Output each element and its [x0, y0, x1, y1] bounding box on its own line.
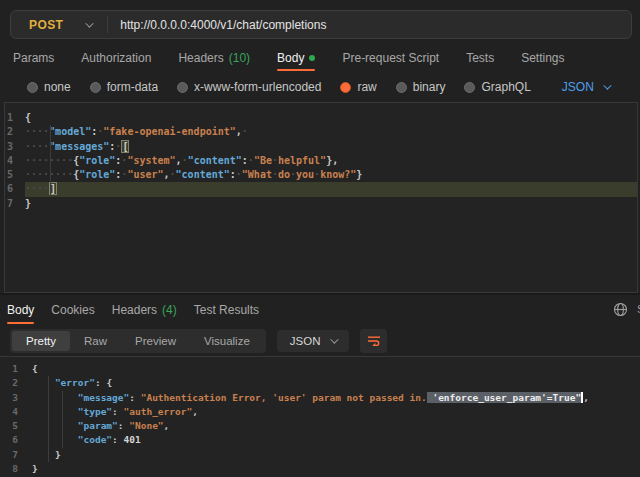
- tab-authorization[interactable]: Authorization: [81, 44, 151, 72]
- code-line-5: 5 "param": "None",: [0, 419, 640, 433]
- mode-label: GraphQL: [481, 80, 530, 94]
- body-mode-raw[interactable]: raw: [340, 80, 376, 94]
- method-dropdown[interactable]: POST: [11, 11, 107, 38]
- view-mode-visualize[interactable]: Visualize: [190, 331, 264, 351]
- tab-label: Tests: [466, 51, 494, 65]
- line-number: 7: [5, 197, 25, 211]
- tab-count: (10): [229, 51, 250, 65]
- code-line-3: 3····"messages":·[: [5, 140, 637, 154]
- request-body-editor[interactable]: 1{2····"model":·"fake-openai-endpoint",·…: [4, 102, 638, 293]
- indent-guide: [50, 125, 51, 197]
- line-number: 2: [5, 125, 25, 139]
- chevron-down-icon: [85, 19, 93, 27]
- radio-icon: [27, 82, 38, 93]
- url-input[interactable]: http://0.0.0.0:4000/v1/chat/completions: [108, 18, 326, 32]
- code-text: "type": "auth_error",: [32, 405, 198, 419]
- code-line-6: 6····]: [5, 182, 637, 196]
- response-format-dropdown[interactable]: JSON: [277, 330, 350, 352]
- line-number: 6: [5, 182, 25, 196]
- code-line-6: 6 "code": 401: [0, 433, 640, 447]
- radio-icon: [90, 82, 101, 93]
- code-line-3: 3 "message": "Authentication Error, 'use…: [0, 391, 640, 405]
- tab-body[interactable]: Body: [277, 44, 315, 72]
- code-line-8: 8}: [0, 462, 640, 476]
- code-line-4: 4 "type": "auth_error",: [0, 405, 640, 419]
- body-format-label: JSON: [562, 80, 594, 94]
- code-text: }: [32, 462, 38, 476]
- tab-label: Params: [13, 51, 54, 65]
- radio-icon: [396, 82, 407, 93]
- tab-label: Headers: [112, 303, 157, 317]
- body-format-dropdown[interactable]: JSON: [562, 80, 609, 94]
- request-tabs: ParamsAuthorizationHeaders(10)BodyPre-re…: [0, 44, 640, 72]
- response-format-label: JSON: [290, 335, 321, 347]
- view-mode-pretty[interactable]: Pretty: [12, 331, 70, 351]
- line-number: 1: [0, 362, 32, 376]
- code-text: ····"model":·"fake-openai-endpoint",·: [25, 125, 248, 139]
- unsaved-dot-icon: [309, 55, 315, 61]
- code-text: ····"messages":·[: [25, 140, 129, 154]
- mode-label: binary: [413, 80, 446, 94]
- code-line-2: 2····"model":·"fake-openai-endpoint",·: [5, 125, 637, 139]
- code-text: }: [25, 197, 31, 211]
- response-tab-headers[interactable]: Headers(4): [112, 295, 177, 325]
- mode-label: none: [44, 80, 71, 94]
- line-number: 7: [0, 448, 32, 462]
- body-mode-row: noneform-datax-www-form-urlencodedrawbin…: [0, 72, 640, 102]
- response-toolbar: PrettyRawPreviewVisualize JSON: [0, 325, 640, 356]
- line-number: 4: [5, 154, 25, 168]
- code-text: }: [32, 448, 61, 462]
- view-mode-raw[interactable]: Raw: [70, 331, 121, 351]
- code-text: "error": {: [32, 376, 112, 390]
- tab-label: Pre-request Script: [342, 51, 439, 65]
- response-tab-cookies[interactable]: Cookies: [51, 295, 94, 325]
- code-line-7: 7 }: [0, 448, 640, 462]
- mode-label: form-data: [107, 80, 158, 94]
- code-line-4: 4········{"role":·"system",·"content":·"…: [5, 154, 637, 168]
- code-line-2: 2 "error": {: [0, 376, 640, 390]
- body-mode-none[interactable]: none: [27, 80, 71, 94]
- code-text: {: [32, 362, 38, 376]
- tab-tests[interactable]: Tests: [466, 44, 494, 72]
- indent-guide: [62, 391, 63, 448]
- method-label: POST: [29, 18, 63, 32]
- wrap-text-button[interactable]: [360, 329, 387, 353]
- body-mode-x-www-form-urlencoded[interactable]: x-www-form-urlencoded: [177, 80, 321, 94]
- tab-count: (4): [162, 303, 177, 317]
- line-number: 3: [5, 140, 25, 154]
- request-url-bar: POST http://0.0.0.0:4000/v1/chat/complet…: [10, 10, 632, 39]
- tab-label: Test Results: [194, 303, 259, 317]
- mode-label: x-www-form-urlencoded: [194, 80, 321, 94]
- postman-window: POST http://0.0.0.0:4000/v1/chat/complet…: [0, 0, 640, 477]
- indent-guide: [48, 376, 49, 462]
- tab-pre-request-script[interactable]: Pre-request Script: [342, 44, 439, 72]
- chevron-down-icon: [603, 81, 611, 89]
- line-number: 6: [0, 433, 32, 447]
- body-mode-graphql[interactable]: GraphQL: [464, 80, 530, 94]
- code-text: ········{"role":·"user",·"content":·"Wha…: [25, 168, 362, 182]
- tab-label: Headers: [178, 51, 223, 65]
- body-mode-form-data[interactable]: form-data: [90, 80, 158, 94]
- response-tab-test-results[interactable]: Test Results: [194, 295, 259, 325]
- body-mode-binary[interactable]: binary: [396, 80, 446, 94]
- code-line-5: 5········{"role":·"user",·"content":·"Wh…: [5, 168, 637, 182]
- tab-label: Authorization: [81, 51, 151, 65]
- line-number: 5: [0, 419, 32, 433]
- code-text: ········{"role":·"system",·"content":·"B…: [25, 154, 338, 168]
- view-mode-switch: PrettyRawPreviewVisualize: [10, 329, 266, 353]
- response-body-editor[interactable]: 1{2 "error": {3 "message": "Authenticati…: [0, 356, 640, 477]
- response-tab-body[interactable]: Body: [7, 295, 34, 325]
- code-line-1: 1{: [0, 362, 640, 376]
- tab-params[interactable]: Params: [13, 44, 54, 72]
- tab-headers[interactable]: Headers(10): [178, 44, 250, 72]
- code-text: ····]: [25, 182, 57, 196]
- tab-label: Body: [7, 303, 34, 317]
- line-number: 3: [0, 391, 32, 405]
- code-text: "param": "None",: [32, 419, 169, 433]
- network-globe-icon[interactable]: [613, 302, 628, 321]
- line-number: 4: [0, 405, 32, 419]
- wrap-text-icon: [367, 332, 381, 350]
- line-number: 2: [0, 376, 32, 390]
- view-mode-preview[interactable]: Preview: [121, 331, 190, 351]
- tab-settings[interactable]: Settings: [521, 44, 564, 72]
